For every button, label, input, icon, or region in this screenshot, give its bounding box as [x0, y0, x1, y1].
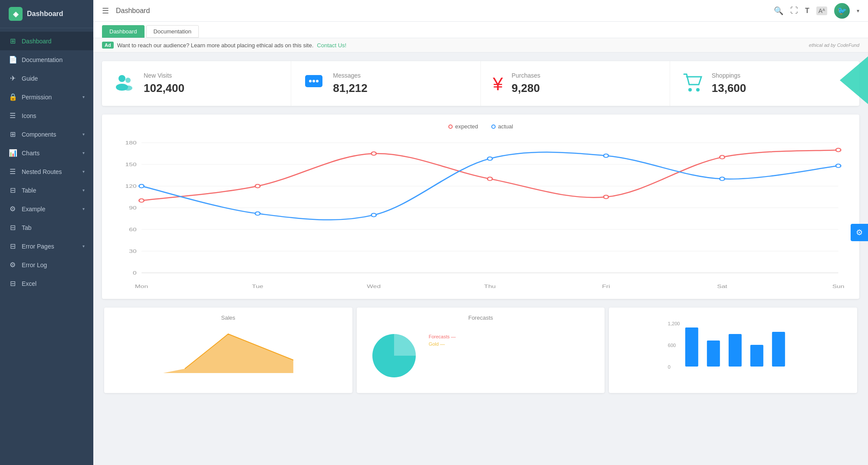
stat-card-new-visits: New Visits 102,400 — [102, 61, 291, 106]
user-avatar[interactable]: 🐦 — [834, 3, 850, 19]
settings-fab[interactable]: ⚙ — [851, 224, 868, 241]
stat-info-messages: Messages 81,212 — [333, 72, 368, 95]
sidebar-icon-components: ⊞ — [9, 130, 16, 138]
chart-legend: expected actual — [111, 123, 851, 130]
svg-point-3 — [124, 85, 132, 91]
tabs-bar: DashboardDocumentation — [93, 22, 868, 38]
stat-label-purchases: Purchases — [512, 72, 540, 79]
sidebar-icon-charts: 📊 — [9, 149, 16, 157]
sidebar-nav: ⊞ Dashboard 📄 Documentation ✈ Guide 🔒 Pe… — [0, 28, 93, 465]
sidebar-item-table[interactable]: ⊟ Table ▾ — [0, 181, 93, 200]
sidebar-label-guide: Guide — [22, 75, 85, 82]
svg-point-34 — [372, 152, 376, 155]
svg-text:Sat: Sat — [717, 284, 727, 289]
bar-chart-svg: 1,200 600 0 — [616, 319, 850, 375]
svg-rect-52 — [707, 341, 720, 367]
sidebar-item-tab[interactable]: ⊟ Tab — [0, 218, 93, 237]
line-chart-container: 1801501209060300MonTueWedThuFriSatSun — [111, 134, 851, 290]
sidebar-label-table: Table — [22, 187, 77, 194]
expected-dot — [448, 124, 453, 129]
sidebar-item-charts[interactable]: 📊 Charts ▾ — [0, 144, 93, 162]
svg-point-38 — [836, 148, 841, 152]
sidebar-item-documentation[interactable]: 📄 Documentation — [0, 50, 93, 69]
svg-point-35 — [487, 177, 492, 180]
ad-badge: Ad — [102, 42, 114, 49]
stat-label-shoppings: Shoppings — [712, 72, 746, 79]
sidebar-label-excel: Excel — [22, 280, 85, 287]
svg-text:180: 180 — [125, 140, 137, 145]
accessibility-icon[interactable]: Aᴬ — [816, 7, 827, 15]
stat-info-purchases: Purchases 9,280 — [512, 72, 540, 95]
top-header: ☰ Dashboard 🔍 ⛶ T Aᴬ 🐦 ▾ — [93, 0, 868, 22]
tab-dashboard[interactable]: Dashboard — [102, 25, 145, 38]
content-area: DashboardDocumentation Ad Want to reach … — [93, 22, 868, 465]
bar-chart-card: 1,200 600 0 — [609, 308, 857, 393]
stat-info-shoppings: Shoppings 13,600 — [712, 72, 746, 95]
logo-text: Dashboard — [27, 10, 63, 18]
header-title: Dashboard — [116, 7, 767, 15]
svg-text:Thu: Thu — [484, 284, 496, 289]
font-size-icon[interactable]: T — [805, 7, 809, 15]
sidebar-icon-excel: ⊟ — [9, 279, 16, 288]
sidebar-item-guide[interactable]: ✈ Guide — [0, 69, 93, 88]
svg-text:600: 600 — [668, 343, 676, 348]
stat-value-purchases: 9,280 — [512, 82, 540, 95]
svg-marker-46 — [163, 334, 293, 373]
bottom-charts-row: Sales Forecasts Forecasts — — [102, 308, 859, 393]
sidebar-icon-error-pages: ⊟ — [9, 242, 16, 250]
sidebar-icon-dashboard: ⊞ — [9, 37, 16, 45]
stat-card-purchases: ¥ Purchases 9,280 — [481, 61, 670, 106]
user-dropdown-arrow[interactable]: ▾ — [857, 8, 859, 14]
svg-text:1,200: 1,200 — [668, 321, 680, 326]
svg-point-41 — [372, 213, 376, 217]
sidebar-item-icons[interactable]: ☰ Icons — [0, 106, 93, 125]
svg-point-32 — [139, 199, 144, 202]
sidebar-item-excel[interactable]: ⊟ Excel — [0, 274, 93, 293]
sidebar-item-error-log[interactable]: ⚙ Error Log — [0, 255, 93, 274]
svg-point-9 — [696, 88, 700, 92]
sidebar-icon-example: ⚙ — [9, 205, 16, 213]
stat-info-new-visits: New Visits 102,400 — [144, 72, 184, 95]
ad-link[interactable]: Contact Us! — [317, 42, 346, 49]
svg-point-36 — [604, 195, 608, 199]
sidebar-icon-error-log: ⚙ — [9, 261, 16, 269]
sidebar-label-documentation: Documentation — [22, 56, 85, 63]
stat-value-shoppings: 13,600 — [712, 82, 746, 95]
search-icon[interactable]: 🔍 — [774, 6, 783, 16]
sidebar-item-error-pages[interactable]: ⊟ Error Pages ▾ — [0, 237, 93, 255]
hamburger-icon[interactable]: ☰ — [102, 6, 109, 16]
sidebar-icon-table: ⊟ — [9, 186, 16, 194]
svg-point-0 — [118, 75, 125, 82]
svg-point-39 — [139, 184, 144, 188]
line-chart-svg: 1801501209060300MonTueWedThuFriSatSun — [111, 134, 851, 290]
sidebar-item-nested-routes[interactable]: ☰ Nested Routes ▾ — [0, 162, 93, 181]
stat-icon-shoppings — [682, 72, 703, 95]
stat-value-new-visits: 102,400 — [144, 82, 184, 95]
tab-documentation[interactable]: Documentation — [146, 25, 199, 38]
svg-point-1 — [125, 78, 131, 83]
sidebar-label-error-pages: Error Pages — [22, 243, 77, 250]
stats-row: New Visits 102,400 Messages 81,212 ¥ Pur… — [102, 61, 859, 106]
forecasts-chart-title: Forecasts — [364, 314, 598, 321]
actual-dot — [491, 124, 496, 129]
sidebar-item-components[interactable]: ⊞ Components ▾ — [0, 125, 93, 144]
svg-text:90: 90 — [129, 205, 136, 210]
sidebar-icon-permission: 🔒 — [9, 93, 16, 101]
fullscreen-icon[interactable]: ⛶ — [790, 6, 798, 15]
sidebar-arrow-example: ▾ — [82, 206, 85, 211]
sidebar-arrow-permission: ▾ — [82, 95, 85, 99]
svg-point-33 — [255, 184, 260, 188]
sidebar-item-example[interactable]: ⚙ Example ▾ — [0, 200, 93, 218]
svg-point-43 — [604, 154, 608, 157]
sidebar-logo[interactable]: ◈ Dashboard — [0, 0, 93, 28]
ad-attribution: ethical ad by CodeFund — [809, 43, 859, 48]
sidebar-item-dashboard[interactable]: ⊞ Dashboard — [0, 32, 93, 50]
svg-rect-53 — [729, 334, 742, 367]
legend-actual: actual — [491, 123, 513, 130]
stat-icon-new-visits — [114, 72, 135, 95]
forecasts-chart-card: Forecasts Forecasts — Gold — — [357, 308, 605, 393]
sidebar-item-permission[interactable]: 🔒 Permission ▾ — [0, 88, 93, 106]
ad-banner: Ad Want to reach our audience? Learn mor… — [93, 38, 868, 52]
svg-text:Sun: Sun — [832, 284, 845, 289]
sidebar-label-dashboard: Dashboard — [22, 38, 85, 45]
